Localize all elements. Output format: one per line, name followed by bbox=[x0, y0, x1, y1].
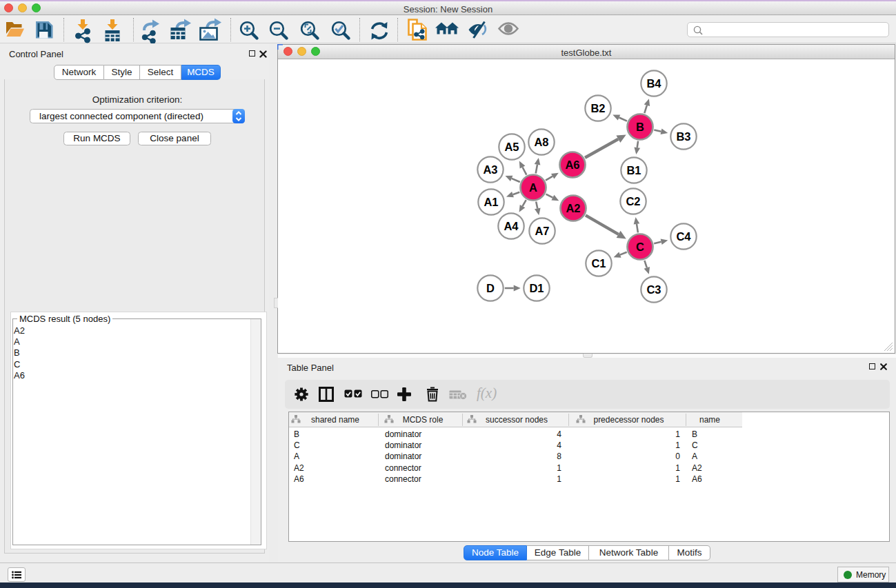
svg-text:D1: D1 bbox=[529, 282, 544, 294]
svg-text:B1: B1 bbox=[626, 164, 641, 176]
svg-text:B2: B2 bbox=[590, 102, 605, 114]
svg-text:C1: C1 bbox=[591, 257, 606, 270]
svg-text:A4: A4 bbox=[504, 220, 519, 232]
svg-text:B3: B3 bbox=[676, 130, 690, 143]
svg-text:A3: A3 bbox=[483, 163, 497, 176]
svg-text:A7: A7 bbox=[535, 225, 549, 237]
svg-text:B4: B4 bbox=[646, 77, 661, 90]
svg-text:A8: A8 bbox=[534, 136, 548, 148]
svg-text:C4: C4 bbox=[676, 230, 691, 243]
svg-text:B: B bbox=[636, 121, 644, 133]
svg-text:D: D bbox=[486, 282, 495, 294]
svg-text:C2: C2 bbox=[626, 195, 640, 207]
svg-text:C: C bbox=[636, 241, 644, 253]
svg-text:A1: A1 bbox=[484, 196, 498, 208]
svg-text:A6: A6 bbox=[565, 159, 579, 171]
svg-text:A2: A2 bbox=[566, 202, 580, 214]
svg-text:A5: A5 bbox=[504, 141, 519, 153]
svg-text:A: A bbox=[529, 181, 537, 194]
svg-text:C3: C3 bbox=[646, 283, 661, 296]
